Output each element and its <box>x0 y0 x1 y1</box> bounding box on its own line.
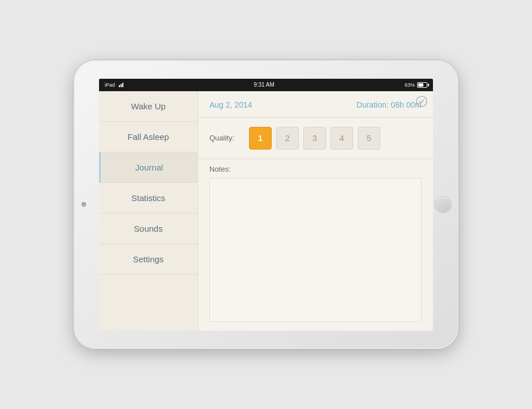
svg-point-0 <box>417 96 427 106</box>
quality-label: Quality: <box>209 134 238 142</box>
sidebar-item-journal[interactable]: Journal <box>99 152 198 183</box>
date-header: Aug 2, 2014 Duration: 08h 00m <box>198 91 433 118</box>
tablet-screen: iPad 9:31 AM 63% Wake Up <box>99 79 433 331</box>
sidebar: Wake Up Fall Asleep Journal Statistics S… <box>99 91 198 331</box>
tablet-shell: iPad 9:31 AM 63% Wake Up <box>74 60 458 349</box>
main-content: Aug 2, 2014 Duration: 08h 00m Quality: 1… <box>198 91 433 331</box>
battery-percent: 63% <box>405 82 415 88</box>
sidebar-item-sounds[interactable]: Sounds <box>99 214 198 244</box>
quality-btn-4[interactable]: 4 <box>331 127 353 150</box>
check-icon-area[interactable] <box>416 96 427 109</box>
status-bar-left: iPad <box>105 82 123 88</box>
battery-fill <box>418 83 423 87</box>
quality-buttons: 1 2 3 4 5 <box>249 127 380 150</box>
sidebar-item-settings[interactable]: Settings <box>99 244 198 275</box>
status-bar: iPad 9:31 AM 63% <box>99 79 433 91</box>
check-icon <box>416 96 427 107</box>
date-text: Aug 2, 2014 <box>209 100 252 109</box>
notes-textarea[interactable] <box>209 178 422 322</box>
quality-btn-2[interactable]: 2 <box>276 127 299 150</box>
battery-icon <box>417 82 427 88</box>
notes-label: Notes: <box>209 165 422 173</box>
app-content: Wake Up Fall Asleep Journal Statistics S… <box>99 91 433 331</box>
sidebar-item-wake-up[interactable]: Wake Up <box>99 91 198 122</box>
sidebar-item-statistics[interactable]: Statistics <box>99 183 198 214</box>
carrier-text: iPad <box>105 82 115 88</box>
duration-text: Duration: 08h 00m <box>357 100 422 109</box>
quality-btn-3[interactable]: 3 <box>303 127 326 150</box>
quality-btn-1[interactable]: 1 <box>249 127 272 150</box>
status-bar-right: 63% <box>405 82 427 88</box>
wifi-icon <box>119 83 123 87</box>
quality-section: Quality: 1 2 3 4 5 <box>198 118 433 159</box>
sidebar-item-fall-asleep[interactable]: Fall Asleep <box>99 122 198 152</box>
notes-section: Notes: <box>198 159 433 331</box>
status-time: 9:31 AM <box>254 82 274 88</box>
quality-btn-5[interactable]: 5 <box>358 127 380 150</box>
